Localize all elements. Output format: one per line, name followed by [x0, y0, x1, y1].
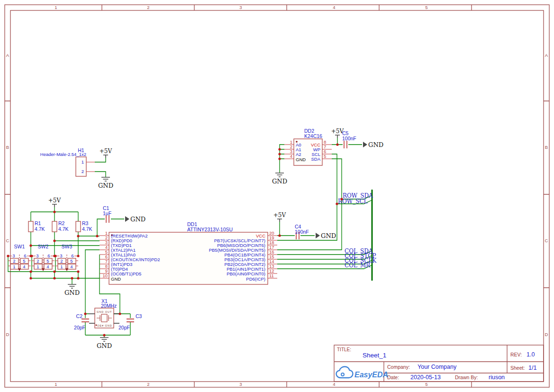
pin-number: 4 [23, 264, 25, 269]
rev-value[interactable]: 1.0 [527, 351, 535, 358]
frame-col-label: 1 [54, 5, 57, 10]
pin-names-bottom: OE# GND [97, 324, 112, 327]
component-dd1[interactable]: DD1 ATTINY2313V-10SU 1 2 3 4 5 6 7 8 9 1… [100, 221, 277, 284]
value: 1uF [103, 210, 111, 216]
component-sw2[interactable]: SW2 3 6 2 5 1 4 [32, 244, 54, 271]
gnd-label: GND [130, 216, 145, 223]
net-labels[interactable]: ROW_SDA ROW_SCL COL_SDA COL_STCP COL_SCL… [338, 192, 377, 269]
frame-row-label: A [545, 53, 548, 58]
plus5v-label: +5V [48, 197, 61, 204]
refdes: C2 [76, 313, 83, 319]
pin-number: 5 [324, 154, 326, 159]
component-c2[interactable]: C2 20pF [74, 313, 89, 330]
value: K24C16 [304, 133, 322, 139]
logo-text: EasyEDA [354, 371, 388, 379]
pin-number: 4 [70, 264, 73, 269]
gnd-triangle-icon [363, 142, 367, 147]
company-value[interactable]: Your Company [418, 364, 457, 370]
gnd-triangle-icon [125, 216, 129, 222]
pin-name: GND [111, 276, 121, 282]
component-r1[interactable]: R1 4.7K [28, 220, 45, 232]
frame-row-label: D [6, 332, 9, 337]
pin-number: 1 [82, 159, 84, 164]
gnd-netflag-c4[interactable]: GND [316, 232, 336, 239]
gnd-flag-dd2[interactable]: GND [272, 173, 287, 185]
gnd-flag-crystal[interactable]: GND [97, 337, 112, 349]
component-c5[interactable]: C5 100nF [342, 130, 356, 148]
gnd-label: GND [321, 232, 336, 239]
component-r3[interactable]: R3 4.7K [76, 220, 92, 232]
pin-number: 6 [24, 253, 26, 258]
gnd-flag-h1[interactable]: GND [98, 177, 113, 189]
drawn-by-value[interactable]: riuson [489, 374, 505, 381]
sheet-frame: 1 2 3 4 5 1 2 3 4 5 A B C D A B C D [5, 5, 549, 387]
refdes: SW3 [62, 244, 73, 249]
plus5v-flag-c4[interactable]: +5V [273, 212, 286, 222]
component-sw3[interactable]: SW3 3 6 2 5 1 4 [55, 244, 78, 271]
gnd-label: GND [98, 182, 113, 189]
sheet-value[interactable]: 1/1 [528, 365, 536, 371]
frame-col-label: 5 [425, 382, 427, 387]
pin-number: 1 [60, 264, 63, 269]
company-label: Company: [387, 364, 410, 370]
component-dd2[interactable]: DD2 K24C16 1 2 3 4 A0 A1 A2 GND 8 7 6 5 … [284, 128, 332, 165]
value: 20MHz [101, 303, 117, 309]
plus5v-label: +5V [331, 128, 344, 135]
frame-col-label: 3 [239, 5, 242, 10]
component-r2[interactable]: R2 4.7K [52, 220, 69, 232]
refdes: R3 [82, 220, 89, 226]
schematic-sheet: 1 2 3 4 5 1 2 3 4 5 A B C D A B C D TITL… [0, 0, 554, 392]
refdes: R1 [35, 220, 41, 226]
sheet-label: Sheet: [510, 365, 525, 371]
component-x1[interactable]: GND OUT OE# GND X1 20MHz [89, 298, 119, 328]
date-label: Date: [387, 374, 399, 380]
pin-number: 4 [290, 154, 292, 159]
frame-col-label: 2 [147, 382, 149, 387]
pin-name: PD6(ICP) [246, 276, 265, 282]
plus5v-flag-resistors[interactable]: +5V [48, 197, 61, 207]
pin-number: 5 [46, 258, 49, 264]
pin-name: (OC0B/T1)PD5 [111, 271, 141, 276]
net-label-col-mr: COL_MR [345, 262, 371, 269]
component-c1[interactable]: C1 1uF [103, 205, 111, 223]
frame-row-label: C [6, 238, 9, 243]
drawn-by-label: Drawn By: [455, 374, 478, 380]
gnd-netflag-c5[interactable]: GND [363, 141, 383, 148]
pin-number: 2 [82, 169, 84, 174]
value: 4.7K [82, 226, 92, 232]
pin-name: PB0(AIN0/PCINT0) [227, 271, 265, 276]
value: 20pF [74, 325, 85, 330]
value: 4.7K [58, 226, 69, 232]
pin1-marker [96, 325, 97, 326]
frame-col-label: 5 [425, 5, 427, 10]
component-sw1[interactable]: SW1 3 6 2 5 1 4 [8, 244, 31, 271]
frame-col-label: 4 [333, 5, 335, 10]
frame-col-label: 2 [147, 5, 149, 10]
component-c4[interactable]: C4 100nF [295, 224, 309, 239]
value: 20pF [118, 325, 130, 330]
gnd-label: GND [368, 141, 383, 148]
pin-number: 5 [70, 258, 73, 264]
pin-number: 11 [269, 273, 274, 278]
gnd-label: GND [97, 342, 112, 349]
date-value[interactable]: 2020-05-13 [410, 374, 441, 381]
value: 100nF [342, 136, 356, 141]
value: 100nF [295, 229, 309, 235]
pin-number: 1 [13, 264, 15, 269]
pin-number: 3 [36, 253, 38, 258]
gnd-label: GND [64, 289, 80, 296]
gnd-label: GND [272, 178, 287, 185]
pin-number: 2 [36, 258, 39, 264]
sheet-title[interactable]: Sheet_1 [363, 352, 386, 359]
refdes: R2 [58, 220, 65, 226]
cloud-icon [336, 367, 353, 378]
refdes: SW2 [38, 244, 49, 249]
frame-row-label: B [6, 145, 9, 150]
frame-col-label: 3 [239, 382, 242, 387]
gnd-flag-switches[interactable]: GND [64, 284, 80, 296]
plus5v-flag-h1[interactable]: +5V [100, 148, 112, 158]
plus5v-label: +5V [273, 212, 286, 219]
gnd-netflag-c1[interactable]: GND [125, 216, 145, 223]
component-h1[interactable]: H1 Header-Male-2.54_1x2 1 2 [40, 147, 95, 176]
frame-row-label: A [6, 53, 9, 58]
